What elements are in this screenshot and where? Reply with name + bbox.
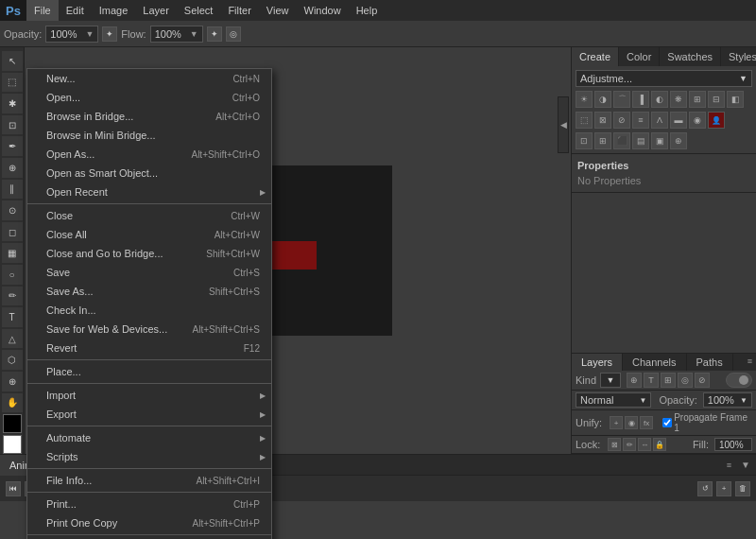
unify-vis[interactable]: ◉ [625,416,638,429]
fill-input[interactable]: 100% [714,438,752,451]
tool-wand[interactable]: ✱ [2,94,23,113]
filter-icon4[interactable]: ◎ [678,373,693,388]
adj-icon-levels[interactable]: ▐ [632,91,649,108]
adj-icon-contrast[interactable]: ◑ [594,91,611,108]
menu-open[interactable]: Open... Ctrl+O [27,88,271,107]
menu-browse-bridge[interactable]: Browse in Bridge... Alt+Ctrl+O [27,107,271,126]
adj-icon-grid3[interactable]: ⬛ [613,132,630,149]
adj-icon-hsl[interactable]: ⊞ [689,91,706,108]
adj-icon-curve[interactable]: ⌒ [613,91,630,108]
adj-icon-exposure[interactable]: ◐ [651,91,668,108]
tool-gradient[interactable]: ▦ [2,243,23,263]
tab-swatches[interactable]: Swatches [660,47,721,66]
anim-loop-btn[interactable]: ↺ [697,481,713,496]
opacity-input[interactable]: 100%▼ [45,26,98,43]
tool-hand[interactable]: ✋ [2,393,23,413]
opacity-icon[interactable]: ✦ [102,26,117,42]
background-color[interactable] [3,435,22,454]
menu-scripts[interactable]: Scripts [27,447,271,466]
menu-automate[interactable]: Automate [27,428,271,447]
menu-save[interactable]: Save Ctrl+S [27,263,271,282]
foreground-color[interactable] [3,414,22,433]
flow-input[interactable]: 100%▼ [150,26,203,43]
adj-icon-grid6[interactable]: ⊕ [670,132,687,149]
anim-back-btn[interactable]: ⏮ [6,481,21,496]
menu-import[interactable]: Import [27,386,271,405]
tool-brush[interactable]: ∥ [2,180,23,200]
adj-icon-bw[interactable]: ◧ [727,91,744,108]
unify-pos[interactable]: + [610,416,623,429]
tab-create[interactable]: Create [572,47,619,66]
menu-revert[interactable]: Revert F12 [27,339,271,357]
menu-file[interactable]: File [26,0,59,21]
tab-paths[interactable]: Paths [687,354,733,371]
unify-style[interactable]: fx [640,416,653,429]
lock-transparent[interactable]: ⊠ [608,438,621,451]
tool-text[interactable]: T [2,307,23,327]
adj-icon-grid5[interactable]: ▣ [651,132,668,149]
anim-add-btn[interactable]: + [716,481,731,496]
anim-trash-btn[interactable]: 🗑 [735,481,750,496]
adj-icon-person[interactable]: 👤 [708,112,725,129]
adj-icon-color-balance[interactable]: ⊟ [708,91,725,108]
menu-open-smart[interactable]: Open as Smart Object... [27,164,271,183]
menu-window[interactable]: Window [297,0,349,21]
filter-icon5[interactable]: ⊘ [695,373,710,388]
blend-mode-dropdown[interactable]: Normal▼ [576,392,651,408]
tool-healing[interactable]: ⊕ [2,158,23,178]
tool-move[interactable]: ↖ [2,51,23,71]
adj-icon-invert[interactable]: ⊘ [613,112,630,129]
tool-zoom[interactable]: ⊕ [2,372,23,391]
menu-place[interactable]: Place... [27,362,271,381]
menu-select[interactable]: Select [177,0,221,21]
layers-opacity-input[interactable]: 100%▼ [703,392,752,408]
menu-save-web[interactable]: Save for Web & Devices... Alt+Shift+Ctrl… [27,320,271,339]
bottom-panel-menu[interactable]: ≡ [723,458,735,473]
tool-pen[interactable]: ✏ [2,287,23,306]
menu-print-one[interactable]: Print One Copy Alt+Shift+Ctrl+P [27,513,271,532]
tool-eyedropper[interactable]: ✒ [2,136,23,156]
bottom-panel-collapse[interactable]: ▼ [735,457,756,473]
filter-kind-btn[interactable]: ▼ [600,373,621,388]
tab-channels[interactable]: Channels [623,354,686,371]
menu-new[interactable]: New... Ctrl+N [27,69,271,88]
filter-icon2[interactable]: T [644,373,659,388]
adj-icon-channel[interactable]: ⊠ [594,112,611,129]
menu-close-bridge[interactable]: Close and Go to Bridge... Shift+Ctrl+W [27,244,271,263]
menu-check-in[interactable]: Check In... [27,301,271,320]
filter-toggle[interactable] [726,373,752,388]
lock-all[interactable]: 🔒 [653,438,666,451]
menu-export[interactable]: Export [27,405,271,424]
tab-layers[interactable]: Layers [572,354,623,371]
tool-eraser[interactable]: ◻ [2,222,23,242]
tab-styles[interactable]: Styles [721,47,756,66]
lock-move[interactable]: ↔ [638,438,651,451]
filter-icon1[interactable]: ⊕ [627,373,642,388]
menu-save-as[interactable]: Save As... Shift+Ctrl+S [27,282,271,301]
menu-print[interactable]: Print... Ctrl+P [27,495,271,513]
propagate-label[interactable]: Propagate Frame 1 [662,412,752,433]
adj-icon-sun[interactable]: ☀ [576,91,593,108]
menu-close[interactable]: Close Ctrl+W [27,206,271,225]
menu-image[interactable]: Image [92,0,136,21]
menu-open-as[interactable]: Open As... Alt+Shift+Ctrl+O [27,145,271,164]
menu-open-recent[interactable]: Open Recent [27,183,271,201]
tab-color[interactable]: Color [619,47,660,66]
filter-icon3[interactable]: ⊞ [661,373,676,388]
adj-icon-gradient-map[interactable]: ▬ [670,112,687,129]
adj-icon-grid4[interactable]: ▤ [632,132,649,149]
tool-lasso[interactable]: ⬚ [2,73,23,93]
flow-icon[interactable]: ✦ [207,26,222,42]
menu-help[interactable]: Help [349,0,386,21]
adj-icon-photo[interactable]: ⬚ [576,112,593,129]
menu-browse-mini-bridge[interactable]: Browse in Mini Bridge... [27,126,271,145]
menu-filter[interactable]: Filter [220,0,258,21]
tool-path[interactable]: △ [2,329,23,349]
panel-collapse-left[interactable]: ◀ [558,96,569,153]
adj-icon-selective[interactable]: ◉ [689,112,706,129]
menu-view[interactable]: View [259,0,297,21]
adj-icon-grid2[interactable]: ⊞ [594,132,611,149]
adj-icon-threshold[interactable]: Λ [651,112,668,129]
adj-icon-vibrance[interactable]: ❋ [670,91,687,108]
tool-crop[interactable]: ⊡ [2,115,23,135]
